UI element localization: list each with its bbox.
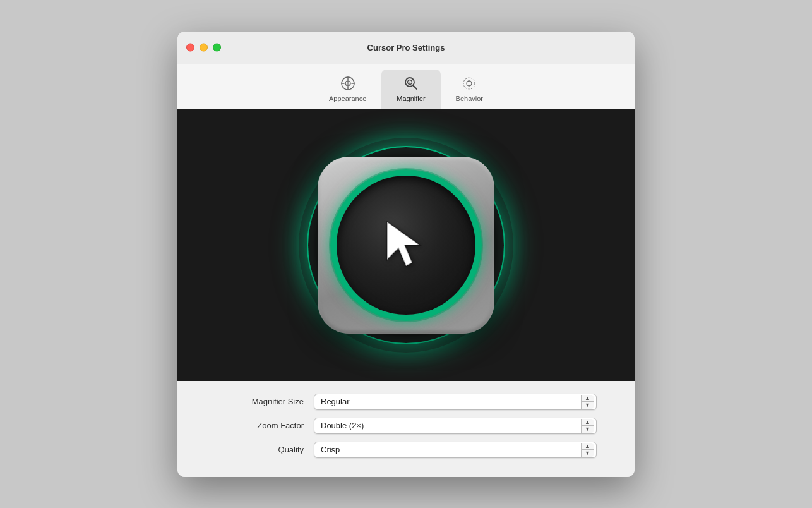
zoom-factor-select[interactable]: Double (2×) ▲ ▼ [314, 418, 597, 434]
magnifier-preview [299, 138, 513, 353]
behavior-icon [460, 75, 478, 92]
settings-area: Magnifier Size Regular ▲ ▼ Zoom Factor D… [177, 381, 635, 477]
tab-behavior[interactable]: Behavior [441, 70, 498, 109]
zoom-factor-stepper-down[interactable]: ▼ [582, 426, 594, 433]
window-title: Cursor Pro Settings [367, 43, 445, 52]
magnifier-size-stepper-down[interactable]: ▼ [582, 402, 594, 409]
magnifier-size-select[interactable]: Regular ▲ ▼ [314, 394, 597, 410]
quality-stepper-up[interactable]: ▲ [582, 443, 594, 451]
appearance-icon [339, 75, 357, 92]
titlebar: Cursor Pro Settings [177, 32, 635, 64]
minimize-button[interactable] [200, 44, 208, 52]
zoom-factor-label: Zoom Factor [215, 421, 304, 430]
window-controls [186, 44, 221, 52]
svg-point-10 [467, 81, 472, 86]
svg-text:a: a [408, 80, 410, 85]
zoom-factor-stepper-up[interactable]: ▲ [582, 419, 594, 426]
main-window: Cursor Pro Settings Appearance [177, 32, 635, 477]
svg-point-11 [463, 78, 475, 89]
magnifier-size-row: Magnifier Size Regular ▲ ▼ [215, 394, 597, 410]
cursor-arrow [381, 215, 431, 275]
svg-line-7 [413, 85, 417, 89]
quality-label: Quality [215, 445, 304, 454]
lens [337, 176, 475, 315]
quality-value: Crisp [321, 445, 340, 454]
zoom-factor-row: Zoom Factor Double (2×) ▲ ▼ [215, 418, 597, 434]
magnifier-size-value: Regular [321, 397, 350, 406]
zoom-factor-stepper[interactable]: ▲ ▼ [581, 419, 594, 433]
zoom-factor-value: Double (2×) [321, 421, 364, 430]
tab-magnifier[interactable]: a Magnifier [381, 70, 440, 109]
magnifier-size-stepper-up[interactable]: ▲ [582, 395, 594, 402]
quality-select[interactable]: Crisp ▲ ▼ [314, 442, 597, 458]
toolbar: Appearance a Magnifier [177, 64, 635, 109]
tab-appearance-label: Appearance [329, 95, 366, 102]
magnifier-size-stepper[interactable]: ▲ ▼ [581, 395, 594, 409]
tab-magnifier-label: Magnifier [397, 95, 425, 102]
magnifier-size-label: Magnifier Size [215, 397, 304, 406]
tab-appearance[interactable]: Appearance [314, 70, 381, 109]
magnifier-icon: a [402, 75, 420, 92]
quality-stepper-down[interactable]: ▼ [582, 450, 594, 457]
magnifier-body [318, 157, 494, 334]
preview-area [177, 109, 635, 381]
quality-row: Quality Crisp ▲ ▼ [215, 442, 597, 458]
close-button[interactable] [186, 44, 194, 52]
tab-behavior-label: Behavior [456, 95, 483, 102]
quality-stepper[interactable]: ▲ ▼ [581, 443, 594, 457]
maximize-button[interactable] [213, 44, 221, 52]
